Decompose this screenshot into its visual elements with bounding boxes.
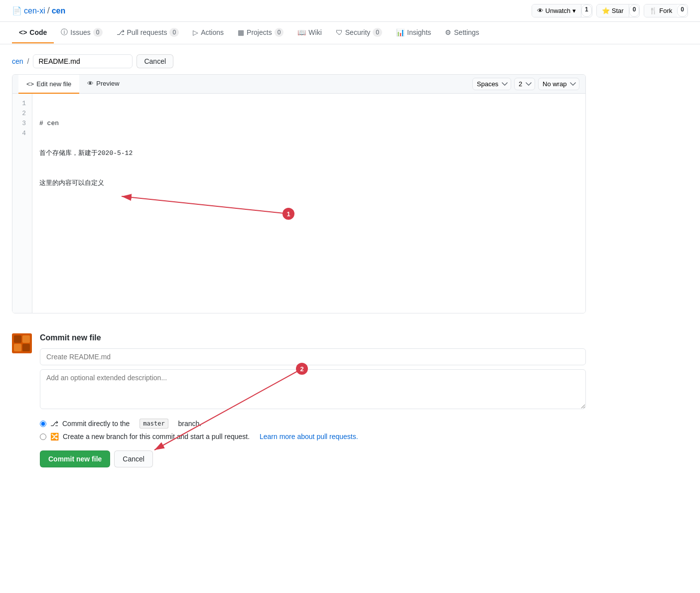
code-line-4	[39, 208, 578, 218]
tab-pull-requests[interactable]: ⎇ Pull requests 0	[110, 22, 186, 44]
form-actions: Commit new file Cancel	[40, 450, 586, 467]
tab-projects[interactable]: ▦ Projects 0	[231, 22, 290, 44]
watch-count: 1	[581, 4, 592, 17]
code-line-2: 首个存储库，新建于2020-5-12	[39, 148, 578, 158]
code-line-1: # cen	[39, 119, 578, 129]
commit-form: Commit new file ⎇ Commit directly to the…	[40, 333, 586, 467]
watch-button[interactable]: 👁 Unwatch ▾	[532, 4, 582, 17]
gear-icon: ⚙	[445, 28, 451, 36]
line-num-4: 4	[18, 129, 26, 139]
tab-settings[interactable]: ⚙ Settings	[438, 22, 486, 43]
code-editor[interactable]: 1 2 3 4 # cen 首个存储库，新建于2020-5-12 这里的内容可以…	[12, 94, 585, 313]
edit-code-icon: <>	[26, 80, 34, 88]
editor-tabs: <> Edit new file 👁 Preview Spaces 2	[12, 75, 585, 94]
tab-wiki[interactable]: 📖 Wiki	[290, 22, 328, 43]
commit-radio-group: ⎇ Commit directly to the master branch. …	[40, 417, 586, 443]
spaces-select[interactable]: Spaces	[472, 78, 511, 90]
code-icon: <>	[19, 28, 27, 36]
projects-badge: 0	[275, 28, 284, 37]
wiki-icon: 📖	[297, 28, 306, 36]
issues-icon: ⓘ	[61, 28, 68, 37]
avatar-block-1	[14, 335, 21, 343]
nav-tabs: <> Code ⓘ Issues 0 ⎇ Pull requests 0 ▷ A…	[0, 22, 700, 44]
commit-section-title: Commit new file	[40, 333, 586, 342]
fork-button[interactable]: 🍴 Fork	[644, 4, 677, 17]
insights-icon: 📊	[396, 28, 405, 36]
tab-issues-label: Issues	[70, 28, 90, 36]
star-count: 0	[629, 4, 640, 17]
file-path-parent-link[interactable]: cen	[12, 57, 23, 65]
tab-insights-label: Insights	[407, 28, 431, 36]
tab-preview-label: Preview	[96, 80, 119, 87]
fork-count: 0	[677, 4, 688, 17]
line-num-1: 1	[18, 99, 26, 109]
avatar-inner	[12, 333, 32, 353]
tab-insights[interactable]: 📊 Insights	[389, 22, 438, 43]
tab-edit-new-file[interactable]: <> Edit new file	[18, 75, 79, 94]
watch-dropdown-icon: ▾	[572, 7, 576, 14]
wrap-select[interactable]: No wrap	[538, 78, 579, 90]
tab-code[interactable]: <> Code	[12, 22, 54, 43]
security-badge: 0	[373, 28, 382, 37]
code-line-3: 这里的内容可以自定义	[39, 178, 578, 188]
commit-new-file-button[interactable]: Commit new file	[40, 450, 110, 467]
editor-tab-left: <> Edit new file 👁 Preview	[18, 75, 128, 93]
repo-name-link[interactable]: cen	[52, 6, 66, 15]
star-icon: ⭐	[602, 7, 610, 14]
avatar-block-4	[22, 344, 30, 351]
action-buttons: 👁 Unwatch ▾ 1 ⭐ Star 0 🍴 Fork 0	[532, 4, 688, 17]
branch-icon: 🔀	[50, 433, 59, 441]
pull-request-help-link[interactable]: Learn more about pull requests.	[260, 433, 358, 441]
tab-edit-label: Edit new file	[36, 80, 71, 88]
repo-path: 📄 cen-xi / cen	[12, 5, 65, 16]
page-icon: 📄	[12, 6, 22, 15]
tab-security-label: Security	[345, 28, 371, 36]
full-editor-area: <> Edit new file 👁 Preview Spaces 2	[12, 74, 586, 313]
path-separator: /	[47, 5, 50, 16]
tab-preview[interactable]: 👁 Preview	[79, 75, 127, 93]
commit-cancel-button[interactable]: Cancel	[114, 450, 153, 467]
path-cancel-button[interactable]: Cancel	[137, 54, 173, 68]
radio-direct-label: Commit directly to the	[62, 420, 130, 428]
pr-icon: ⎇	[117, 28, 125, 36]
commit-message-input[interactable]	[40, 348, 586, 365]
radio-direct-suffix: branch.	[178, 420, 202, 428]
radio-new-branch-input[interactable]	[40, 434, 46, 440]
branch-name: master	[140, 419, 168, 429]
tab-issues[interactable]: ⓘ Issues 0	[54, 22, 109, 44]
code-content[interactable]: # cen 首个存储库，新建于2020-5-12 这里的内容可以自定义	[32, 94, 585, 313]
fork-label: Fork	[659, 7, 672, 14]
repo-owner-link[interactable]: cen-xi	[24, 6, 45, 15]
merge-icon: ⎇	[50, 420, 58, 428]
issues-badge: 0	[93, 28, 103, 37]
eye-icon: 👁	[537, 7, 544, 14]
tab-actions[interactable]: ▷ Actions	[186, 22, 231, 43]
editor-container: <> Edit new file 👁 Preview Spaces 2	[12, 74, 586, 313]
tab-wiki-label: Wiki	[308, 28, 321, 36]
star-group: ⭐ Star 0	[596, 4, 640, 17]
preview-icon: 👁	[87, 80, 94, 87]
tab-pr-label: Pull requests	[127, 28, 167, 36]
line-numbers: 1 2 3 4	[12, 94, 32, 313]
actions-icon: ▷	[193, 28, 198, 36]
tab-projects-label: Projects	[247, 28, 272, 36]
watch-group: 👁 Unwatch ▾ 1	[532, 4, 592, 17]
watch-label: Unwatch	[546, 7, 571, 14]
indent-select[interactable]: 2	[514, 78, 535, 90]
star-button[interactable]: ⭐ Star	[597, 4, 629, 17]
radio-new-branch-option: 🔀 Create a new branch for this commit an…	[40, 431, 586, 443]
tab-settings-label: Settings	[454, 28, 479, 36]
editor-tab-right: Spaces 2 No wrap	[472, 78, 579, 90]
radio-direct-input[interactable]	[40, 421, 46, 427]
fork-icon: 🍴	[649, 7, 657, 14]
file-name-input[interactable]	[33, 54, 133, 68]
star-label: Star	[612, 7, 624, 14]
radio-direct-option: ⎇ Commit directly to the master branch.	[40, 417, 586, 431]
commit-avatar	[12, 333, 32, 353]
content-area: cen / Cancel <> Edit new file 👁 Preview	[0, 44, 598, 485]
commit-description-textarea[interactable]	[40, 369, 586, 409]
avatar-block-2	[22, 335, 30, 343]
tab-security[interactable]: 🛡 Security 0	[329, 22, 389, 44]
file-path-sep: /	[27, 57, 29, 65]
pr-badge: 0	[169, 28, 179, 37]
